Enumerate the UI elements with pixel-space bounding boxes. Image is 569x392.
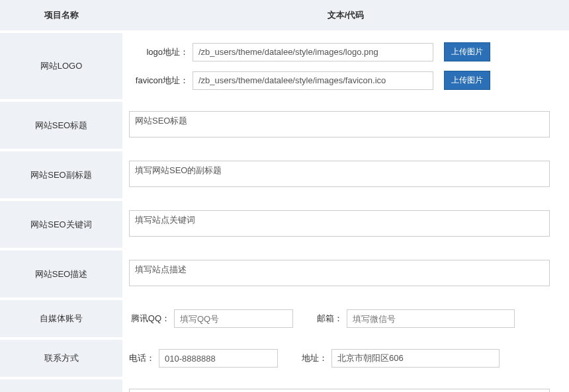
footer-textarea[interactable] — [129, 389, 550, 392]
seo-title-textarea[interactable] — [129, 111, 550, 137]
label-seo-subtitle: 网站SEO副标题 — [0, 150, 122, 200]
seo-desc-textarea[interactable] — [129, 260, 550, 286]
row-seo-title: 网站SEO标题 — [0, 100, 569, 150]
header-value: 文本/代码 — [122, 0, 569, 32]
row-social: 自媒体账号 腾讯QQ： 邮箱： — [0, 299, 569, 338]
logo-upload-button[interactable]: 上传图片 — [444, 42, 490, 61]
logo-addr-input[interactable] — [193, 43, 433, 61]
label-seo-title: 网站SEO标题 — [0, 100, 122, 150]
row-logo: 网站LOGO logo地址： 上传图片 favicon地址： 上传图片 — [0, 32, 569, 100]
row-seo-desc: 网站SEO描述 — [0, 249, 569, 299]
label-seo-keywords: 网站SEO关键词 — [0, 200, 122, 249]
label-social: 自媒体账号 — [0, 299, 122, 338]
mail-input[interactable] — [347, 309, 515, 328]
favicon-addr-label: favicon地址： — [129, 75, 189, 87]
tel-input[interactable] — [159, 349, 278, 368]
tel-label: 电话： — [129, 352, 155, 364]
addr-input[interactable] — [331, 349, 500, 368]
row-seo-keywords: 网站SEO关键词 — [0, 200, 569, 249]
logo-addr-label: logo地址： — [129, 46, 189, 58]
qq-input[interactable] — [174, 309, 293, 328]
label-footer: 网站底部文字 — [0, 378, 122, 392]
row-contact: 联系方式 电话： 地址： — [0, 338, 569, 378]
seo-keywords-textarea[interactable] — [129, 210, 550, 237]
label-contact: 联系方式 — [0, 338, 122, 378]
addr-label: 地址： — [302, 352, 328, 364]
settings-table: 项目名称 文本/代码 网站LOGO logo地址： 上传图片 favicon地址… — [0, 0, 569, 392]
row-seo-subtitle: 网站SEO副标题 — [0, 150, 569, 200]
favicon-addr-input[interactable] — [193, 71, 433, 90]
mail-label: 邮箱： — [317, 313, 343, 325]
header-name: 项目名称 — [0, 0, 122, 32]
qq-label: 腾讯QQ： — [129, 313, 170, 325]
label-logo: 网站LOGO — [0, 32, 122, 100]
favicon-upload-button[interactable]: 上传图片 — [444, 71, 490, 90]
seo-subtitle-textarea[interactable] — [129, 161, 550, 187]
label-seo-desc: 网站SEO描述 — [0, 249, 122, 299]
row-footer: 网站底部文字 — [0, 378, 569, 392]
